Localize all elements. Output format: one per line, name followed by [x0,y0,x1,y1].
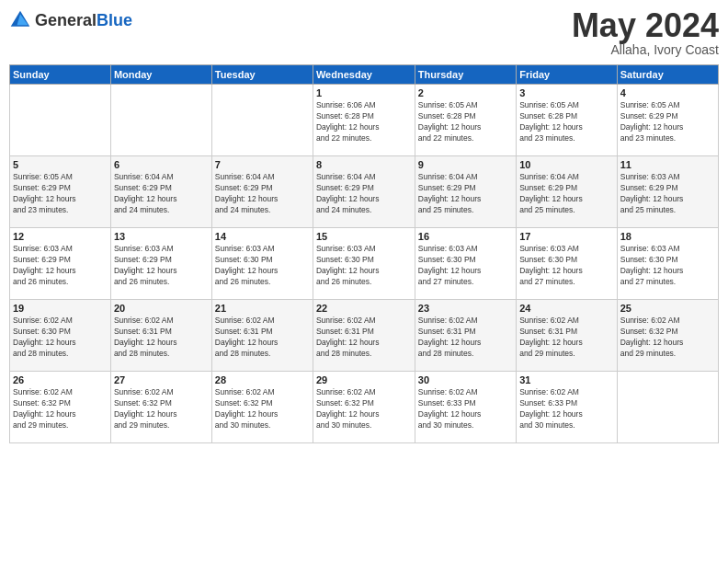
logo-text: GeneralBlue [35,11,132,30]
calendar-cell: 15Sunrise: 6:03 AM Sunset: 6:30 PM Dayli… [313,228,415,300]
calendar-week-3: 12Sunrise: 6:03 AM Sunset: 6:29 PM Dayli… [10,228,719,300]
day-number: 9 [418,159,513,170]
calendar-cell: 3Sunrise: 6:05 AM Sunset: 6:28 PM Daylig… [517,85,618,156]
calendar-table: SundayMondayTuesdayWednesdayThursdayFrid… [9,64,719,443]
day-info: Sunrise: 6:03 AM Sunset: 6:29 PM Dayligh… [620,172,715,216]
calendar-cell: 24Sunrise: 6:02 AM Sunset: 6:31 PM Dayli… [517,300,618,372]
day-info: Sunrise: 6:03 AM Sunset: 6:30 PM Dayligh… [418,244,513,288]
calendar-cell: 2Sunrise: 6:05 AM Sunset: 6:28 PM Daylig… [415,85,516,156]
day-number: 4 [620,87,715,98]
calendar-cell: 14Sunrise: 6:03 AM Sunset: 6:30 PM Dayli… [211,228,313,300]
calendar-cell: 31Sunrise: 6:02 AM Sunset: 6:33 PM Dayli… [517,372,618,443]
day-info: Sunrise: 6:02 AM Sunset: 6:31 PM Dayligh… [418,316,513,360]
calendar-cell [211,85,313,156]
day-number: 17 [519,231,614,242]
day-info: Sunrise: 6:05 AM Sunset: 6:29 PM Dayligh… [13,172,108,216]
logo: GeneralBlue [9,9,132,31]
calendar-cell: 16Sunrise: 6:03 AM Sunset: 6:30 PM Dayli… [415,228,516,300]
day-info: Sunrise: 6:06 AM Sunset: 6:28 PM Dayligh… [316,100,412,144]
day-info: Sunrise: 6:03 AM Sunset: 6:30 PM Dayligh… [316,244,412,288]
day-number: 31 [519,374,614,385]
calendar-cell: 25Sunrise: 6:02 AM Sunset: 6:32 PM Dayli… [617,300,718,372]
day-info: Sunrise: 6:05 AM Sunset: 6:28 PM Dayligh… [418,100,513,144]
weekday-header-tuesday: Tuesday [211,65,313,85]
title-area: May 2024 Allaha, Ivory Coast [572,9,719,57]
day-number: 21 [215,303,310,314]
calendar-week-4: 19Sunrise: 6:02 AM Sunset: 6:30 PM Dayli… [10,300,719,372]
day-number: 6 [114,159,209,170]
day-info: Sunrise: 6:02 AM Sunset: 6:32 PM Dayligh… [215,387,310,431]
day-info: Sunrise: 6:02 AM Sunset: 6:32 PM Dayligh… [316,387,412,431]
day-info: Sunrise: 6:02 AM Sunset: 6:32 PM Dayligh… [114,387,209,431]
calendar-cell: 29Sunrise: 6:02 AM Sunset: 6:32 PM Dayli… [313,372,415,443]
day-number: 13 [114,231,209,242]
day-info: Sunrise: 6:04 AM Sunset: 6:29 PM Dayligh… [519,172,614,216]
calendar-week-5: 26Sunrise: 6:02 AM Sunset: 6:32 PM Dayli… [10,372,719,443]
calendar-cell [617,372,718,443]
logo-blue: Blue [97,11,132,29]
calendar-cell: 1Sunrise: 6:06 AM Sunset: 6:28 PM Daylig… [313,85,415,156]
calendar-cell: 10Sunrise: 6:04 AM Sunset: 6:29 PM Dayli… [517,156,618,228]
day-info: Sunrise: 6:05 AM Sunset: 6:29 PM Dayligh… [620,100,715,144]
calendar-cell: 6Sunrise: 6:04 AM Sunset: 6:29 PM Daylig… [110,156,211,228]
day-number: 1 [316,87,412,98]
weekday-header-row: SundayMondayTuesdayWednesdayThursdayFrid… [10,65,719,85]
day-info: Sunrise: 6:02 AM Sunset: 6:31 PM Dayligh… [316,316,412,360]
day-info: Sunrise: 6:04 AM Sunset: 6:29 PM Dayligh… [418,172,513,216]
calendar-cell: 11Sunrise: 6:03 AM Sunset: 6:29 PM Dayli… [617,156,718,228]
day-info: Sunrise: 6:03 AM Sunset: 6:29 PM Dayligh… [13,244,108,288]
day-info: Sunrise: 6:03 AM Sunset: 6:29 PM Dayligh… [114,244,209,288]
day-info: Sunrise: 6:04 AM Sunset: 6:29 PM Dayligh… [114,172,209,216]
calendar-cell: 4Sunrise: 6:05 AM Sunset: 6:29 PM Daylig… [617,85,718,156]
calendar-cell: 5Sunrise: 6:05 AM Sunset: 6:29 PM Daylig… [10,156,111,228]
calendar-cell: 22Sunrise: 6:02 AM Sunset: 6:31 PM Dayli… [313,300,415,372]
calendar-cell: 23Sunrise: 6:02 AM Sunset: 6:31 PM Dayli… [415,300,516,372]
day-number: 19 [13,303,108,314]
day-number: 3 [519,87,614,98]
day-number: 23 [418,303,513,314]
day-number: 14 [215,231,310,242]
day-number: 15 [316,231,412,242]
calendar-cell: 19Sunrise: 6:02 AM Sunset: 6:30 PM Dayli… [10,300,111,372]
day-number: 8 [316,159,412,170]
day-info: Sunrise: 6:02 AM Sunset: 6:31 PM Dayligh… [215,316,310,360]
weekday-header-thursday: Thursday [415,65,516,85]
day-number: 7 [215,159,310,170]
calendar-cell: 20Sunrise: 6:02 AM Sunset: 6:31 PM Dayli… [110,300,211,372]
day-info: Sunrise: 6:05 AM Sunset: 6:28 PM Dayligh… [519,100,614,144]
day-info: Sunrise: 6:02 AM Sunset: 6:33 PM Dayligh… [519,387,614,431]
day-number: 29 [316,374,412,385]
calendar-week-1: 1Sunrise: 6:06 AM Sunset: 6:28 PM Daylig… [10,85,719,156]
calendar-cell: 30Sunrise: 6:02 AM Sunset: 6:33 PM Dayli… [415,372,516,443]
day-number: 16 [418,231,513,242]
weekday-header-sunday: Sunday [10,65,111,85]
day-info: Sunrise: 6:02 AM Sunset: 6:32 PM Dayligh… [620,316,715,360]
calendar-cell: 13Sunrise: 6:03 AM Sunset: 6:29 PM Dayli… [110,228,211,300]
calendar-page: GeneralBlue May 2024 Allaha, Ivory Coast… [0,0,728,563]
weekday-header-saturday: Saturday [617,65,718,85]
day-number: 26 [13,374,108,385]
header: GeneralBlue May 2024 Allaha, Ivory Coast [9,9,719,57]
day-number: 10 [519,159,614,170]
logo-icon [9,9,31,31]
weekday-header-wednesday: Wednesday [313,65,415,85]
calendar-cell: 18Sunrise: 6:03 AM Sunset: 6:30 PM Dayli… [617,228,718,300]
day-number: 25 [620,303,715,314]
day-number: 5 [13,159,108,170]
calendar-cell: 28Sunrise: 6:02 AM Sunset: 6:32 PM Dayli… [211,372,313,443]
calendar-cell: 17Sunrise: 6:03 AM Sunset: 6:30 PM Dayli… [517,228,618,300]
day-number: 22 [316,303,412,314]
day-info: Sunrise: 6:02 AM Sunset: 6:31 PM Dayligh… [114,316,209,360]
day-info: Sunrise: 6:02 AM Sunset: 6:31 PM Dayligh… [519,316,614,360]
day-number: 30 [418,374,513,385]
day-info: Sunrise: 6:02 AM Sunset: 6:33 PM Dayligh… [418,387,513,431]
day-number: 18 [620,231,715,242]
month-title: May 2024 [572,9,719,42]
calendar-cell: 9Sunrise: 6:04 AM Sunset: 6:29 PM Daylig… [415,156,516,228]
calendar-cell: 8Sunrise: 6:04 AM Sunset: 6:29 PM Daylig… [313,156,415,228]
day-number: 27 [114,374,209,385]
day-info: Sunrise: 6:02 AM Sunset: 6:30 PM Dayligh… [13,316,108,360]
day-info: Sunrise: 6:02 AM Sunset: 6:32 PM Dayligh… [13,387,108,431]
location-subtitle: Allaha, Ivory Coast [572,42,719,57]
day-number: 20 [114,303,209,314]
